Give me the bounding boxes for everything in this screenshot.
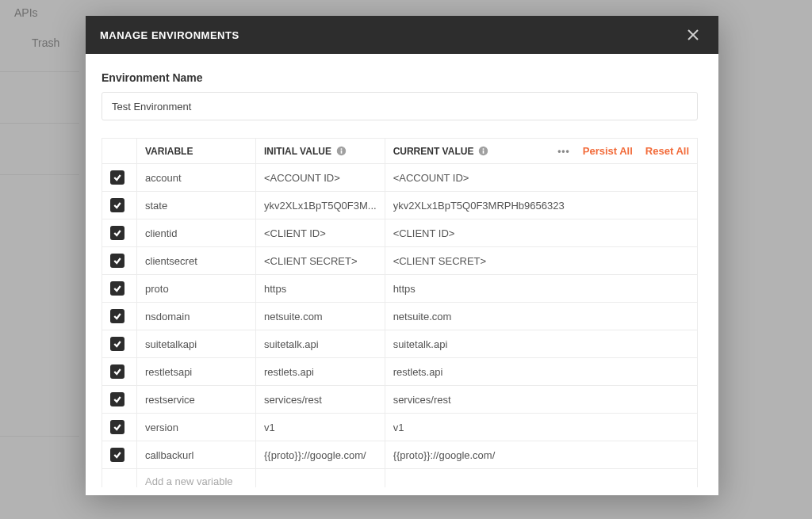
current-value-cell[interactable]: https [385,275,697,303]
variable-name-cell[interactable]: nsdomain [137,303,256,330]
current-value-cell[interactable]: suitetalk.api [385,330,697,358]
info-icon[interactable] [336,146,347,156]
reset-all-button[interactable]: Reset All [645,145,689,157]
variable-name: callbackurl [145,449,247,461]
variable-name: clientsecret [145,255,247,267]
initial-value: suitetalk.api [264,338,377,350]
check-icon [113,256,122,265]
variable-name-cell[interactable]: suitetalkapi [137,330,256,358]
initial-value-cell[interactable]: v1 [256,414,385,441]
current-value-cell[interactable]: ykv2XLx1BpT5Q0F3MRPHb9656323 [385,192,697,219]
row-checkbox[interactable] [110,420,124,434]
row-checkbox-cell [102,414,137,441]
row-checkbox-cell [102,247,137,275]
variable-name-cell[interactable]: account [137,164,256,192]
header-variable: VARIABLE [137,139,256,164]
info-icon[interactable] [478,146,488,156]
current-value-cell[interactable]: v1 [385,414,697,441]
modal-scroll[interactable]: Environment Name VARIABLE INITIAL VALUE [102,71,703,487]
more-actions-button[interactable]: ••• [557,146,570,157]
row-checkbox[interactable] [110,281,124,296]
initial-value: https [264,283,377,295]
current-value-cell[interactable] [385,469,697,488]
initial-value-cell[interactable]: <CLIENT ID> [256,219,385,247]
variable-name-cell[interactable]: callbackurl [137,441,256,469]
row-checkbox[interactable] [110,309,124,323]
current-value-cell[interactable]: {{proto}}://google.com/ [385,441,697,469]
variable-name-cell[interactable]: clientsecret [137,247,256,275]
add-variable-row[interactable]: Add a new variable [102,469,698,488]
check-icon [113,395,122,404]
row-checkbox[interactable] [110,337,124,351]
modal-body: Environment Name VARIABLE INITIAL VALUE [86,54,718,495]
initial-value-cell[interactable]: services/rest [256,386,385,414]
initial-value-cell[interactable]: restlets.api [256,358,385,386]
variable-name-cell[interactable]: restservice [137,386,256,414]
check-icon [113,173,122,182]
current-value: {{proto}}://google.com/ [393,449,689,461]
current-value-cell[interactable]: <CLIENT SECRET> [385,247,697,275]
row-checkbox[interactable] [110,198,124,212]
row-checkbox-cell [102,303,137,330]
modal-title: MANAGE ENVIRONMENTS [100,29,239,41]
initial-value-cell[interactable]: suitetalk.api [256,330,385,358]
current-value-cell[interactable]: restlets.api [385,358,697,386]
initial-value-cell[interactable]: <ACCOUNT ID> [256,164,385,192]
close-button[interactable] [682,24,704,46]
initial-value: netsuite.com [264,311,377,322]
row-checkbox[interactable] [110,364,124,379]
row-checkbox[interactable] [110,254,124,268]
current-value-cell[interactable]: <CLIENT ID> [385,219,697,247]
variable-name: restservice [145,394,247,406]
check-icon [113,450,122,460]
variable-name: proto [145,283,247,295]
initial-value-cell[interactable]: <CLIENT SECRET> [256,247,385,275]
row-checkbox[interactable] [110,226,124,240]
row-checkbox-cell [102,386,137,414]
check-icon [113,367,122,376]
initial-value-cell[interactable]: netsuite.com [256,303,385,330]
check-icon [113,422,122,432]
initial-value: services/rest [264,394,377,406]
table-row: protohttpshttps [102,275,698,303]
variable-name: nsdomain [145,311,247,322]
initial-value-cell[interactable]: {{proto}}://google.com/ [256,441,385,469]
svg-rect-3 [341,151,343,154]
initial-value: <ACCOUNT ID> [264,172,377,184]
current-value-cell[interactable]: netsuite.com [385,303,697,330]
variable-name-cell[interactable]: state [137,192,256,219]
initial-value-cell[interactable]: https [256,275,385,303]
current-value-cell[interactable]: <ACCOUNT ID> [385,164,697,192]
current-value: netsuite.com [393,311,689,322]
row-checkbox-cell [102,192,137,219]
initial-value-cell[interactable]: ykv2XLx1BpT5Q0F3M... [256,192,385,219]
row-checkbox[interactable] [110,170,124,185]
table-row: nsdomainnetsuite.comnetsuite.com [102,303,698,330]
variable-name: account [145,172,247,184]
table-row: versionv1v1 [102,414,698,441]
env-name-label: Environment Name [102,71,698,84]
current-value-cell[interactable]: services/rest [385,386,697,414]
table-row: suitetalkapisuitetalk.apisuitetalk.api [102,330,698,358]
current-value: suitetalk.api [393,338,689,350]
variable-name-cell[interactable]: restletsapi [137,358,256,386]
row-checkbox[interactable] [110,448,124,462]
check-icon [113,200,122,210]
initial-value-cell[interactable] [256,469,385,488]
variable-name: state [145,200,247,212]
variable-name-cell[interactable]: clientid [137,219,256,247]
add-variable-cell[interactable]: Add a new variable [137,469,256,488]
table-row: callbackurl{{proto}}://google.com/{{prot… [102,441,698,469]
initial-value: v1 [264,422,377,433]
env-name-input[interactable] [102,92,698,120]
table-row: restserviceservices/restservices/rest [102,386,698,414]
svg-rect-4 [341,148,343,150]
current-value: v1 [393,422,689,433]
row-checkbox-cell [102,219,137,247]
row-checkbox[interactable] [110,392,124,406]
persist-all-button[interactable]: Persist All [583,145,633,157]
variable-name-cell[interactable]: proto [137,275,256,303]
current-value: restlets.api [393,366,689,378]
check-icon [113,311,122,321]
variable-name-cell[interactable]: version [137,414,256,441]
